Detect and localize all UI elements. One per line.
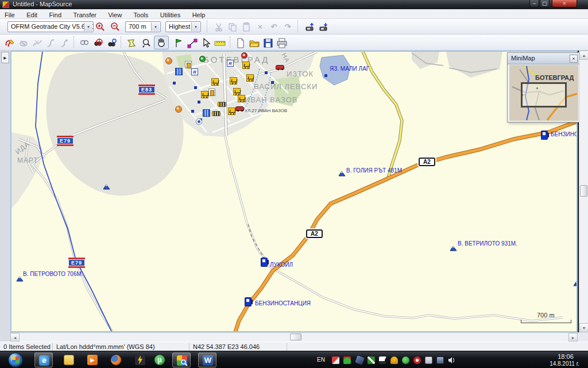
menu-tools[interactable]: Tools (129, 11, 153, 19)
paste-icon[interactable] (240, 21, 253, 33)
send-to-device-icon[interactable] (303, 21, 316, 33)
gray-area-ne2 (446, 52, 502, 78)
file-explorer-icon[interactable] (60, 352, 78, 367)
map-select-tool-icon[interactable] (125, 37, 138, 48)
menu-edit[interactable]: Edit (22, 11, 42, 19)
route-split-icon[interactable] (31, 37, 44, 48)
taskbar: e ▶ µ W EN 18:06 14.8.2011 г. (0, 351, 588, 368)
clipboard-tray-icon[interactable] (425, 356, 432, 364)
undo-icon[interactable]: ↶ (268, 21, 280, 33)
new-document-icon[interactable] (234, 37, 247, 48)
route-draw-icon[interactable] (3, 37, 16, 48)
map-canvas (11, 52, 578, 332)
scroll-down-icon[interactable]: ▼ (579, 323, 588, 332)
map-product-dropdown[interactable]: OFRM Geotrade City V5.60 CYR ▾ (7, 21, 94, 32)
menu-file[interactable]: File (0, 11, 20, 19)
zoom-out-button[interactable] (109, 21, 122, 33)
utorrent-tray-icon[interactable] (402, 356, 409, 364)
find-recent-icon[interactable] (106, 37, 118, 48)
close-button[interactable]: × (552, 0, 577, 7)
route-tool-icon[interactable] (186, 37, 199, 48)
car-service-poi-icon (235, 106, 244, 111)
zoom-tool-icon[interactable] (140, 37, 153, 48)
winamp-icon[interactable] (131, 352, 149, 367)
zoom-scale-dropdown[interactable]: 700 m ▾ (125, 21, 161, 32)
city-label: БОТЕВГРАД (203, 55, 269, 64)
usb-tray-icon[interactable] (332, 356, 339, 364)
vertical-scrollbar[interactable]: ▲ ▼ (579, 51, 588, 332)
vertical-scroll-thumb[interactable] (580, 185, 587, 197)
menu-help[interactable]: Help (188, 11, 210, 19)
scroll-left-icon[interactable]: ◄ (10, 333, 20, 342)
print-icon[interactable] (276, 37, 288, 48)
mountain-peak-icon (16, 275, 24, 282)
tray-clock-date[interactable]: 14.8.2011 г. (543, 361, 586, 367)
chevron-down-icon: ▾ (151, 22, 160, 31)
flag-tray-icon[interactable] (379, 356, 386, 364)
utorrent-icon[interactable]: µ (150, 352, 169, 367)
selection-arrow-icon[interactable] (200, 37, 212, 48)
scroll-up-icon[interactable]: ▲ (579, 51, 588, 60)
toolbar-tools (0, 34, 588, 51)
language-indicator[interactable]: EN (317, 356, 325, 363)
horizontal-scroll-thumb[interactable] (290, 334, 301, 340)
map-scale-label: 700 m (537, 312, 555, 319)
measure-ruler-icon[interactable] (214, 37, 226, 48)
scrollbar-corner (578, 332, 588, 342)
speaker-tray-icon[interactable] (448, 356, 455, 364)
shopping-poi-icon (228, 108, 235, 115)
shield-tray-icon[interactable] (390, 356, 398, 364)
cut-icon[interactable] (212, 21, 225, 33)
copy-icon[interactable] (226, 21, 239, 33)
find-nearest-icon[interactable] (92, 37, 105, 48)
poi-dot-icon (199, 56, 206, 62)
scroll-right-icon[interactable]: ► (568, 333, 578, 342)
minimap-viewport-rect[interactable] (521, 82, 567, 108)
save-icon[interactable] (262, 37, 274, 48)
antivirus-tray-icon[interactable] (368, 356, 375, 364)
delete-icon[interactable]: × (254, 21, 266, 33)
mapsource-app-icon (2, 1, 9, 8)
map-viewport[interactable]: БОТЕВГРАД НА ИЗТОК ВАСИЛ ЛЕВСКИ ИВАН ВАЗ… (10, 51, 578, 332)
route-edit-icon[interactable] (17, 37, 30, 48)
pharmacy-poi-icon: R (191, 68, 198, 75)
car-service-poi-icon (276, 65, 284, 70)
minimize-button[interactable]: – (529, 0, 539, 7)
restaurant-poi-icon (175, 68, 183, 75)
firefox-icon[interactable] (107, 352, 125, 367)
zoom-in-button[interactable] (94, 21, 107, 33)
record-tray-icon[interactable] (413, 356, 421, 364)
menu-find[interactable]: Find (45, 11, 66, 19)
open-folder-icon[interactable] (248, 37, 261, 48)
mountain-peak-icon (450, 245, 457, 251)
waypoint-flag-tool-icon[interactable] (172, 37, 185, 48)
status-position-format: Lat/Lon hddd°mm.mmm' (WGS 84) (53, 343, 189, 351)
wireless-tray-icon[interactable] (343, 356, 351, 364)
find-icon[interactable] (78, 37, 91, 48)
curve-arrow-icon[interactable] (59, 37, 71, 48)
detail-level-dropdown[interactable]: Highest ▾ (165, 21, 201, 32)
horizontal-scrollbar[interactable]: ◄ ► (10, 332, 578, 342)
hand-pan-tool-icon[interactable] (154, 36, 169, 49)
redo-icon[interactable]: ↷ (281, 21, 294, 33)
maximize-button[interactable]: ▢ (540, 0, 550, 7)
pen-tray-icon[interactable] (355, 355, 365, 365)
road-shield-e79: E79 (57, 136, 74, 146)
mapsource-taskbar-icon[interactable] (172, 352, 191, 367)
display-tray-icon[interactable] (436, 356, 444, 364)
media-player-icon[interactable]: ▶ (83, 352, 102, 367)
menu-utilities[interactable]: Utilities (156, 11, 185, 19)
minimap-close-icon[interactable]: × (570, 55, 578, 63)
receive-from-device-icon[interactable] (317, 21, 330, 33)
poi-square-icon (173, 82, 176, 85)
start-button[interactable] (8, 352, 23, 367)
tray-clock-time[interactable]: 18:06 (547, 353, 585, 360)
bar-poi-icon (208, 89, 215, 96)
menu-view[interactable]: View (103, 11, 126, 19)
curve-tool-icon[interactable] (45, 37, 57, 48)
panel-toggle-button[interactable]: ▶ (1, 52, 9, 63)
word-icon[interactable]: W (198, 352, 216, 367)
internet-explorer-icon[interactable]: e (34, 352, 53, 367)
menu-transfer[interactable]: Transfer (68, 11, 101, 19)
minimap-map[interactable]: БОТЕВГРАД (509, 65, 578, 121)
